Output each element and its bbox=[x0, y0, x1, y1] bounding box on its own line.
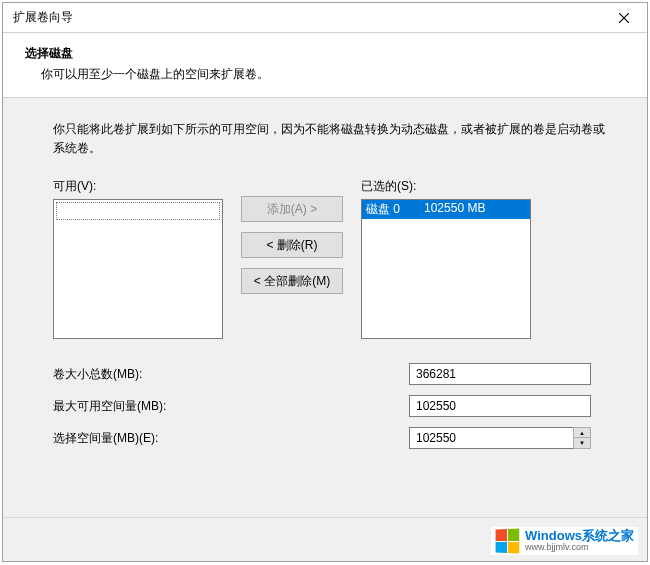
add-button[interactable]: 添加(A) > bbox=[241, 196, 343, 222]
watermark-main: Windows系统之家 bbox=[525, 529, 634, 543]
close-button[interactable] bbox=[609, 6, 639, 30]
remove-all-button[interactable]: < 全部删除(M) bbox=[241, 268, 343, 294]
selected-listbox[interactable]: 磁盘 0 102550 MB bbox=[361, 199, 531, 339]
selected-label: 已选的(S): bbox=[361, 178, 531, 195]
list-item[interactable]: 磁盘 0 102550 MB bbox=[362, 200, 530, 219]
wizard-window: 扩展卷向导 选择磁盘 你可以用至少一个磁盘上的空间来扩展卷。 你只能将此卷扩展到… bbox=[2, 2, 648, 562]
select-space-label: 选择空间量(MB)(E): bbox=[53, 430, 409, 447]
spin-down-button[interactable]: ▼ bbox=[573, 438, 591, 449]
max-space-label: 最大可用空间量(MB): bbox=[53, 398, 409, 415]
select-space-row: 选择空间量(MB)(E): ▲ ▼ bbox=[53, 427, 607, 449]
select-space-spinner: ▲ ▼ bbox=[409, 427, 591, 449]
header-section: 选择磁盘 你可以用至少一个磁盘上的空间来扩展卷。 bbox=[3, 33, 647, 98]
header-subtext: 你可以用至少一个磁盘上的空间来扩展卷。 bbox=[25, 66, 627, 83]
titlebar: 扩展卷向导 bbox=[3, 3, 647, 33]
remove-button[interactable]: < 删除(R) bbox=[241, 232, 343, 258]
window-title: 扩展卷向导 bbox=[13, 9, 73, 26]
close-icon bbox=[619, 13, 629, 23]
windows-logo-icon bbox=[496, 528, 520, 553]
available-column: 可用(V): bbox=[53, 178, 223, 339]
spin-up-button[interactable]: ▲ bbox=[573, 427, 591, 438]
watermark-text: Windows系统之家 www.bjjmlv.com bbox=[525, 529, 634, 553]
description-text: 你只能将此卷扩展到如下所示的可用空间，因为不能将磁盘转换为动态磁盘，或者被扩展的… bbox=[53, 120, 607, 158]
body-section: 你只能将此卷扩展到如下所示的可用空间，因为不能将磁盘转换为动态磁盘，或者被扩展的… bbox=[3, 98, 647, 538]
total-size-label: 卷大小总数(MB): bbox=[53, 366, 409, 383]
select-space-input[interactable] bbox=[409, 427, 573, 449]
spinner-buttons: ▲ ▼ bbox=[573, 427, 591, 449]
max-space-input bbox=[409, 395, 591, 417]
transfer-buttons: 添加(A) > < 删除(R) < 全部删除(M) bbox=[241, 178, 343, 294]
available-listbox[interactable] bbox=[53, 199, 223, 339]
max-space-row: 最大可用空间量(MB): bbox=[53, 395, 607, 417]
total-size-row: 卷大小总数(MB): bbox=[53, 363, 607, 385]
selected-column: 已选的(S): 磁盘 0 102550 MB bbox=[361, 178, 531, 339]
selected-disk-name: 磁盘 0 bbox=[366, 201, 400, 218]
watermark-sub: www.bjjmlv.com bbox=[525, 543, 634, 553]
disk-selection-row: 可用(V): 添加(A) > < 删除(R) < 全部删除(M) 已选的(S):… bbox=[53, 178, 607, 339]
available-label: 可用(V): bbox=[53, 178, 223, 195]
watermark: Windows系统之家 www.bjjmlv.com bbox=[491, 527, 638, 555]
size-fields: 卷大小总数(MB): 最大可用空间量(MB): 选择空间量(MB)(E): ▲ … bbox=[53, 363, 607, 449]
header-heading: 选择磁盘 bbox=[25, 45, 627, 62]
selected-disk-size: 102550 MB bbox=[424, 201, 485, 218]
total-size-input bbox=[409, 363, 591, 385]
